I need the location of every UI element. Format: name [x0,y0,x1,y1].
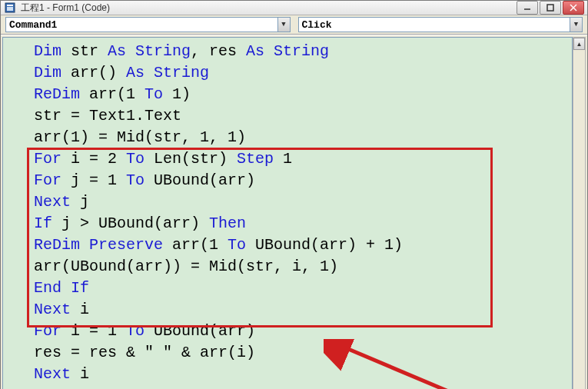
vertical-scrollbar[interactable]: ▲ ▼ [573,37,586,389]
code-keyword: To [126,322,145,340]
code-line: For j = 1 To UBound(arr) [34,170,564,191]
code-keyword: As String [108,42,191,60]
code-container: Dim str As String, res As StringDim arr(… [1,35,587,389]
code-text: i = 1 [71,322,126,340]
maximize-button[interactable] [540,1,561,15]
code-keyword: End If [34,279,89,297]
code-window: 工程1 - Form1 (Code) Command1 ▼ Click ▼ Di… [0,0,588,389]
code-keyword: To [126,150,145,168]
code-text: UBound(arr) [145,171,255,189]
code-editor[interactable]: Dim str As String, res As StringDim arr(… [2,37,573,389]
close-button[interactable] [563,1,584,15]
code-keyword: For [34,171,71,189]
code-line: Next i [34,364,564,385]
code-text: str [71,42,108,60]
code-line: arr(1) = Mid(str, 1, 1) [34,127,564,148]
window-title: 工程1 - Form1 (Code) [21,2,517,15]
window-controls [517,1,584,15]
minimize-button[interactable] [517,1,538,15]
object-dropdown-arrow[interactable]: ▼ [277,18,290,32]
code-text: i = 2 [71,150,126,168]
svg-rect-4 [547,5,553,11]
code-text: j > UBound(arr) [61,214,209,232]
code-text: res = res & " " & arr(i) [34,344,255,361]
object-dropdown-value: Command1 [9,19,57,31]
code-keyword: ReDim Preserve [34,236,172,254]
code-text: arr(UBound(arr)) = Mid(str, i, 1) [34,258,338,275]
code-text: UBound(arr) [145,322,255,340]
code-keyword: Then [209,214,246,232]
code-text: j = 1 [71,171,126,189]
code-keyword: For [34,322,71,340]
code-line: arr(UBound(arr)) = Mid(str, i, 1) [34,256,564,278]
code-keyword: To [228,236,246,254]
code-keyword: For [34,150,71,168]
event-dropdown[interactable]: Click ▼ [298,17,583,32]
code-line: Dim str As String, res As String [34,41,564,62]
titlebar: 工程1 - Form1 (Code) [1,1,587,15]
code-keyword: Dim [34,64,71,81]
code-text: Len(str) [145,150,237,168]
code-keyword: Dim [34,42,71,60]
event-dropdown-value: Click [302,19,332,31]
code-line: Dim arr() As String [34,62,564,84]
code-text: j [80,193,89,211]
code-text: arr(1 [89,85,145,103]
scroll-up-button[interactable]: ▲ [573,38,585,50]
code-text: arr(1 [172,236,228,254]
code-line: If j > UBound(arr) Then [34,213,564,234]
code-line: res = res & " " & arr(i) [34,342,564,364]
code-line: For i = 1 To UBound(arr) [34,321,564,342]
code-line: Next i [34,299,564,321]
code-line: ReDim arr(1 To 1) [34,84,564,105]
event-dropdown-arrow[interactable]: ▼ [570,18,582,32]
code-line: For i = 2 To Len(str) Step 1 [34,148,564,170]
svg-rect-1 [7,5,13,6]
code-keyword: Next [34,365,80,383]
code-keyword: As String [246,42,329,60]
code-keyword: If [34,214,61,232]
code-text: 1 [274,150,292,168]
code-text: 1) [163,85,191,103]
code-text: UBound(arr) + 1) [246,236,403,254]
code-text: arr() [71,64,126,81]
object-dropdown[interactable]: Command1 ▼ [5,17,291,32]
code-keyword: To [126,171,145,189]
svg-rect-2 [7,7,13,11]
code-line: End If [34,278,564,299]
scroll-track[interactable] [573,50,585,389]
code-keyword: As String [126,64,209,81]
code-line: ReDim Preserve arr(1 To UBound(arr) + 1) [34,234,564,256]
code-line: str = Text1.Text [34,105,564,127]
code-keyword: ReDim [34,85,89,103]
object-event-toolbar: Command1 ▼ Click ▼ [1,15,587,35]
code-keyword: Step [237,150,274,168]
code-text: str = Text1.Text [34,107,181,125]
code-keyword: Next [34,301,80,318]
code-text: i [80,365,89,383]
code-line: Next j [34,191,564,213]
code-text: , res [191,42,246,60]
code-text: i [80,301,89,318]
code-text: arr(1) = Mid(str, 1, 1) [34,128,246,146]
app-icon [4,2,16,14]
code-line: Text2.Text = res [34,385,564,389]
code-keyword: To [145,85,163,103]
code-keyword: Next [34,193,80,211]
